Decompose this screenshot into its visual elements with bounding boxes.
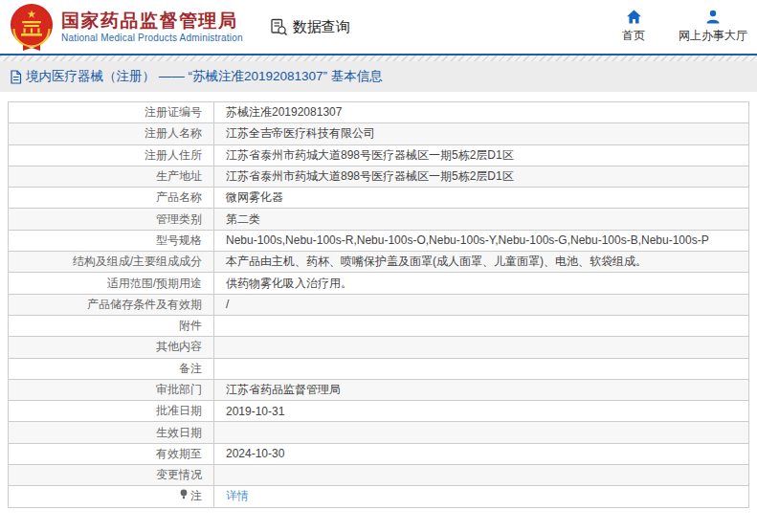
- row-label: 变更情况: [9, 465, 214, 486]
- row-label: 生产地址: [9, 166, 214, 187]
- row-label: 批准日期: [9, 401, 214, 422]
- table-row: 注册证编号苏械注准20192081307: [9, 102, 749, 123]
- document-search-icon: [270, 18, 288, 36]
- table-row: 生产地址江苏省泰州市药城大道898号医疗器械区一期5栋2层D1区: [9, 166, 749, 187]
- row-label: 生效日期: [9, 422, 214, 443]
- row-value: [214, 358, 749, 379]
- site-header: 国家药品监督管理局 National Medical Products Admi…: [0, 0, 757, 55]
- row-label: 其他内容: [9, 337, 214, 358]
- table-row: 适用范围/预期用途供药物雾化吸入治疗用。: [9, 273, 749, 294]
- row-label: 管理类别: [9, 209, 214, 230]
- device-info-table: 注册证编号苏械注准20192081307注册人名称江苏全吉帝医疗科技有限公司注册…: [8, 101, 749, 508]
- row-value: Nebu-100s,Nebu-100s-R,Nebu-100s-O,Nebu-1…: [214, 230, 749, 251]
- agency-name: 国家药品监督管理局 National Medical Products Admi…: [61, 11, 243, 44]
- note-icon: [179, 489, 190, 502]
- table-row: 备注: [9, 358, 749, 379]
- table-row: 产品储存条件及有效期/: [9, 294, 749, 315]
- table-row: 产品名称微网雾化器: [9, 188, 749, 209]
- row-value: 2019-10-31: [214, 401, 749, 422]
- agency-brand: 国家药品监督管理局 National Medical Products Admi…: [10, 2, 243, 52]
- row-label: 型号规格: [9, 230, 214, 251]
- table-row: 变更情况: [9, 465, 749, 486]
- row-label: 附件: [9, 315, 214, 336]
- row-value: 江苏省药品监督管理局: [214, 379, 749, 400]
- main-content: 注册证编号苏械注准20192081307注册人名称江苏全吉帝医疗科技有限公司注册…: [0, 92, 757, 508]
- table-row: 注详情: [9, 486, 749, 507]
- row-value: [214, 337, 749, 358]
- row-label: 适用范围/预期用途: [9, 273, 214, 294]
- row-value: 2024-10-30: [214, 443, 749, 464]
- nav-home-label: 首页: [622, 28, 645, 44]
- table-row: 有效期至2024-10-30: [9, 443, 749, 464]
- row-value: 供药物雾化吸入治疗用。: [214, 273, 749, 294]
- row-label: 审批部门: [9, 379, 214, 400]
- table-row: 生效日期: [9, 422, 749, 443]
- nav-home[interactable]: 首页: [617, 10, 650, 44]
- row-label: 注册证编号: [9, 102, 214, 123]
- row-label: 备注: [9, 358, 214, 379]
- detail-link[interactable]: 详情: [226, 489, 249, 502]
- row-label: 注册人住所: [9, 144, 214, 166]
- home-icon: [626, 10, 642, 24]
- data-query-nav[interactable]: 数据查询: [270, 18, 350, 36]
- row-label: 产品储存条件及有效期: [9, 294, 214, 315]
- row-value: [214, 315, 749, 336]
- agency-name-cn: 国家药品监督管理局: [61, 11, 243, 32]
- row-label: 注: [9, 486, 214, 507]
- row-value: [214, 422, 749, 443]
- row-label: 有效期至: [9, 443, 214, 464]
- row-value: 江苏省泰州市药城大道898号医疗器械区一期5栋2层D1区: [214, 166, 749, 187]
- table-row: 批准日期2019-10-31: [9, 401, 749, 422]
- table-row: 审批部门江苏省药品监督管理局: [9, 379, 749, 400]
- table-row: 附件: [9, 315, 749, 336]
- row-value: 江苏省泰州市药城大道898号医疗器械区一期5栋2层D1区: [214, 144, 749, 166]
- row-label: 注册人名称: [9, 123, 214, 144]
- row-value: 详情: [214, 486, 749, 507]
- nav-service-hall-label: 网上办事大厅: [679, 28, 747, 44]
- person-icon: [705, 10, 721, 24]
- document-icon: [10, 70, 22, 84]
- row-value: [214, 465, 749, 486]
- row-value: 苏械注准20192081307: [214, 102, 749, 123]
- row-value: 江苏全吉帝医疗科技有限公司: [214, 123, 749, 144]
- agency-name-en: National Medical Products Administration: [61, 33, 243, 43]
- nav-service-hall[interactable]: 网上办事大厅: [679, 10, 747, 44]
- national-emblem-logo: [10, 2, 54, 52]
- table-row: 其他内容: [9, 337, 749, 358]
- row-label: 产品名称: [9, 188, 214, 209]
- table-row: 管理类别第二类: [9, 209, 749, 230]
- page-title: 境内医疗器械（注册） —— “苏械注准20192081307” 基本信息: [26, 68, 383, 85]
- table-row: 注册人名称江苏全吉帝医疗科技有限公司: [9, 123, 749, 144]
- table-row: 结构及组成/主要组成成分本产品由主机、药杯、喷嘴保护盖及面罩(成人面罩、儿童面罩…: [9, 252, 749, 273]
- breadcrumb-band: 境内医疗器械（注册） —— “苏械注准20192081307” 基本信息: [0, 61, 757, 92]
- row-value: 微网雾化器: [214, 188, 749, 209]
- table-row: 型号规格Nebu-100s,Nebu-100s-R,Nebu-100s-O,Ne…: [9, 230, 749, 251]
- table-row: 注册人住所江苏省泰州市药城大道898号医疗器械区一期5栋2层D1区: [9, 144, 749, 166]
- row-value: /: [214, 294, 749, 315]
- row-label: 结构及组成/主要组成成分: [9, 252, 214, 273]
- data-query-label: 数据查询: [293, 18, 350, 36]
- row-value: 第二类: [214, 209, 749, 230]
- row-value: 本产品由主机、药杯、喷嘴保护盖及面罩(成人面罩、儿童面罩)、电池、软袋组成。: [214, 252, 749, 273]
